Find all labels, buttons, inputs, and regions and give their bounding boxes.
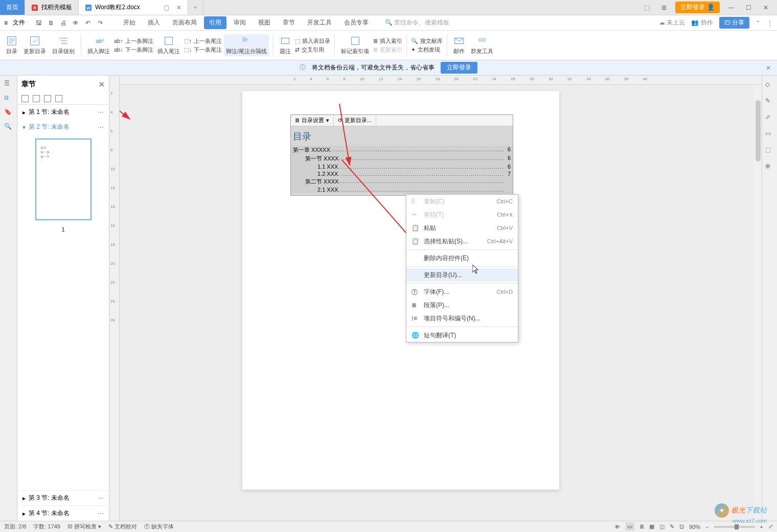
toc-entry[interactable]: 第一章 XXXXX...............................… bbox=[291, 146, 513, 154]
more-icon[interactable]: ⋮ bbox=[767, 19, 773, 27]
ribbon-insert-index[interactable]: ≣插入索引 bbox=[373, 37, 402, 45]
ctx-paste[interactable]: 📋粘贴Ctrl+V bbox=[406, 221, 518, 235]
save-icon[interactable]: 🖫 bbox=[34, 18, 43, 28]
minimize-button[interactable]: — bbox=[725, 4, 737, 11]
ribbon-update-toc[interactable]: 更新目录 bbox=[21, 34, 48, 56]
info-close-icon[interactable]: ✕ bbox=[766, 64, 771, 72]
expand-icon[interactable]: ⤢ bbox=[768, 523, 773, 530]
panel-close-icon[interactable]: ✕ bbox=[99, 80, 105, 88]
menu-tab-layout[interactable]: 页面布局 bbox=[167, 16, 202, 29]
right-rail-icon-5[interactable]: ⬚ bbox=[765, 146, 774, 155]
ribbon-mail[interactable]: 邮件 bbox=[451, 34, 467, 56]
zoom-slider-thumb[interactable] bbox=[735, 524, 739, 529]
menu-tab-start[interactable]: 开始 bbox=[118, 16, 141, 29]
status-spell[interactable]: ☒ 拼写检查 ▾ bbox=[67, 523, 101, 530]
ribbon-mark-index[interactable]: 标记索引项 bbox=[339, 34, 371, 56]
ribbon-toc-level[interactable]: 目录级别 bbox=[50, 34, 77, 56]
info-login-button[interactable]: 立即登录 bbox=[441, 62, 477, 74]
view-web-icon[interactable]: ▦ bbox=[649, 523, 654, 530]
ribbon-prev-footnote[interactable]: ab↑上一条脚注 bbox=[114, 37, 153, 45]
saveas-icon[interactable]: 🗎 bbox=[47, 18, 56, 28]
menu-tab-dev[interactable]: 开发工具 bbox=[302, 16, 337, 29]
rail-search-icon[interactable]: 🔍 bbox=[4, 123, 13, 132]
ribbon-next-endnote[interactable]: ⬚↓下一条尾注 bbox=[184, 46, 222, 54]
print-icon[interactable]: 🖨 bbox=[59, 18, 68, 28]
ribbon-cross-ref[interactable]: ⇄交叉引用 bbox=[295, 46, 330, 54]
maximize-button[interactable]: ☐ bbox=[742, 4, 755, 11]
ribbon-update-index[interactable]: ≣更新索引 bbox=[373, 46, 402, 54]
panel-tool-1[interactable] bbox=[21, 95, 29, 102]
view-read-icon[interactable]: ◫ bbox=[659, 523, 665, 530]
ctx-delete-control[interactable]: 删除内容控件(E) bbox=[406, 251, 518, 265]
menu-file[interactable]: 文件 bbox=[9, 18, 29, 27]
collapse-ribbon-icon[interactable]: ⌃ bbox=[756, 19, 761, 27]
ctx-paragraph[interactable]: ≣段落(P)... bbox=[406, 298, 518, 312]
status-words[interactable]: 字数: 1749 bbox=[33, 523, 60, 530]
login-button[interactable]: 立即登录👤 bbox=[675, 2, 720, 13]
view-outline-icon[interactable]: ≣ bbox=[639, 523, 644, 530]
section-item-1[interactable]: ▸第 1 节: 未命名⋯ bbox=[17, 105, 109, 120]
tab-close-icon[interactable]: ✕ bbox=[176, 4, 181, 11]
vertical-scrollbar[interactable] bbox=[755, 85, 762, 521]
menu-tab-references[interactable]: 引用 bbox=[204, 16, 226, 29]
rail-section-icon[interactable]: ⧉ bbox=[4, 94, 13, 103]
menu-tab-review[interactable]: 审阅 bbox=[228, 16, 251, 29]
section-item-4[interactable]: ▸第 4 节: 未命名⋯ bbox=[17, 505, 109, 521]
menu-hamburger-icon[interactable]: ≡ bbox=[4, 19, 8, 27]
cloud-status[interactable]: ☁ 未上云 bbox=[659, 18, 685, 27]
zoom-value[interactable]: 90% bbox=[689, 524, 700, 530]
layout-icon[interactable]: ⬚ bbox=[641, 4, 653, 11]
panel-tool-4[interactable] bbox=[55, 95, 62, 102]
undo-icon[interactable]: ↶ bbox=[83, 18, 93, 28]
share-button[interactable]: ⮹ 分享 bbox=[719, 17, 749, 29]
ribbon-insert-figtable[interactable]: ⬚插入表目录 bbox=[295, 37, 330, 45]
status-page[interactable]: 页面: 2/8 bbox=[4, 523, 26, 530]
menu-tab-insert[interactable]: 插入 bbox=[143, 16, 165, 29]
ribbon-search-lib[interactable]: 🔍搜文献库 bbox=[411, 37, 443, 45]
tab-templates[interactable]: 找稻壳模板 bbox=[25, 0, 79, 15]
ctx-translate[interactable]: 🌐短句翻译(T) bbox=[406, 329, 518, 342]
ctx-bullets[interactable]: ⁞≡项目符号和编号(N)... bbox=[406, 312, 518, 325]
tab-window-icon[interactable]: ▢ bbox=[164, 4, 169, 11]
zoom-in-icon[interactable]: + bbox=[760, 524, 763, 530]
status-missing-font[interactable]: Ⓣ 缺失字体 bbox=[144, 523, 174, 530]
ribbon-doc-discover[interactable]: ✦文档发现 bbox=[411, 46, 443, 54]
ribbon-caption[interactable]: 题注 bbox=[278, 34, 293, 56]
ctx-font[interactable]: Ⓣ字体(F)...Ctrl+D bbox=[406, 285, 518, 298]
menu-tab-member[interactable]: 会员专享 bbox=[339, 16, 374, 29]
zoom-out-icon[interactable]: − bbox=[705, 524, 709, 530]
ribbon-prev-endnote[interactable]: ⬚↑上一条尾注 bbox=[184, 37, 222, 45]
tab-document[interactable]: W Word教程2.docx ▢ ✕ bbox=[79, 0, 188, 15]
ctx-update-toc[interactable]: 更新目录(U)... bbox=[406, 268, 518, 282]
status-proof[interactable]: ✎ 文档校对 bbox=[108, 523, 137, 530]
menu-tab-view[interactable]: 视图 bbox=[253, 16, 276, 29]
ribbon-separator-line[interactable]: [i]=脚注/尾注分隔线 bbox=[224, 34, 269, 56]
panel-tool-2[interactable] bbox=[33, 95, 40, 102]
redo-icon[interactable]: ↷ bbox=[96, 18, 105, 28]
rail-outline-icon[interactable]: ☰ bbox=[4, 80, 13, 89]
ribbon-group-tools[interactable]: 群发工具 bbox=[469, 34, 495, 56]
toc-settings-button[interactable]: ≣目录设置▾ bbox=[291, 115, 334, 125]
page-thumbnail[interactable]: 目录第一章 ...第一节 ...... bbox=[35, 138, 92, 220]
zoom-slider[interactable] bbox=[714, 526, 755, 528]
command-search[interactable]: 🔍 查找命令、搜索模板 bbox=[381, 17, 453, 29]
right-rail-icon-6[interactable]: ⊕ bbox=[765, 163, 774, 172]
fit-icon[interactable]: ⊡ bbox=[679, 523, 684, 530]
right-rail-icon-4[interactable]: ▭ bbox=[765, 130, 774, 139]
right-rail-icon-2[interactable]: ✎ bbox=[765, 97, 774, 106]
ribbon-next-footnote[interactable]: ab↓下一条脚注 bbox=[114, 46, 153, 54]
preview-icon[interactable]: 👁 bbox=[71, 18, 80, 28]
ribbon-toc[interactable]: 目录 bbox=[4, 34, 19, 56]
view-edit-icon[interactable]: ✎ bbox=[670, 523, 674, 530]
tab-add[interactable]: ＋ bbox=[188, 0, 203, 15]
right-rail-icon-1[interactable]: ◇ bbox=[765, 81, 774, 90]
right-rail-select-icon[interactable]: ⬀ bbox=[765, 113, 774, 123]
section-item-3[interactable]: ▸第 3 节: 未命名⋯ bbox=[17, 490, 109, 505]
ctx-paste-special[interactable]: 📋选择性粘贴(S)...Ctrl+Alt+V bbox=[406, 235, 518, 248]
menu-tab-section[interactable]: 章节 bbox=[278, 16, 300, 29]
view-page-icon[interactable]: ▭ bbox=[625, 522, 634, 531]
grid-icon[interactable]: ⊞ bbox=[658, 4, 670, 11]
collab-button[interactable]: 👥 协作 bbox=[691, 18, 713, 27]
ribbon-insert-footnote[interactable]: ab¹插入脚注 bbox=[85, 34, 112, 56]
scrollbar-thumb[interactable] bbox=[756, 100, 761, 161]
